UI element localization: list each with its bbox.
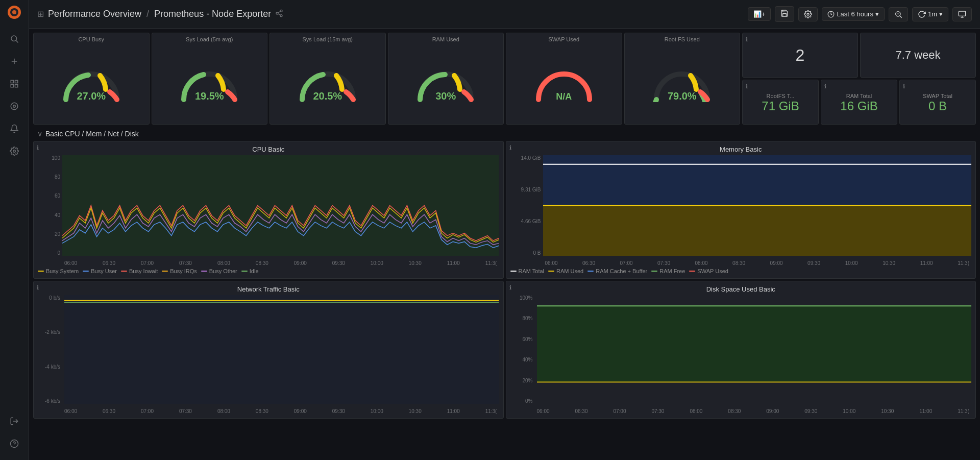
save-button[interactable] [775,6,794,22]
gauge-canvas-rootfs: 79.0% [651,61,713,102]
rootfs-stat-value: 71 GiB [762,99,799,113]
add-panel-button[interactable]: 📊+ [748,7,771,21]
swap-stat-label: SWAP Total [923,93,952,99]
stat-panel-rootfs: ℹ RootFS T... 71 GiB [742,80,819,125]
gauge-value-cpu-busy: 27.0% [61,90,122,102]
zoom-out-button[interactable] [889,7,908,21]
section-label: Basic CPU / Mem / Net / Disk [45,130,139,138]
gauge-canvas-cpu-busy: 27.0% [61,61,122,102]
gauge-panel-swap: SWAP Used N/A [506,33,622,125]
network-y-axis: 0 b/s -2 kb/s -4 kb/s -6 kb/s [38,295,62,404]
gauge-title-cpu-busy: CPU Busy [34,36,149,42]
page-title: Performance Overview / Prometheus - Node… [48,9,271,19]
legend-busy-other: Busy Other [201,268,237,274]
rootfs-info-icon: ℹ [746,83,748,90]
memory-y-axis: 14.0 GiB 9.31 GiB 4.66 GiB 0 B [510,155,543,256]
svg-point-19 [280,15,282,17]
memory-chart-area: 14.0 GiB 9.31 GiB 4.66 GiB 0 B 06:00 06:… [510,155,972,266]
refresh-button[interactable]: 1m ▾ [912,7,948,21]
gauge-panel-sysload5: Sys Load (5m avg) 19.5% [152,33,268,125]
disk-y-axis: 100% 80% 60% 40% 20% 0% [510,295,535,404]
svg-point-13 [13,150,16,153]
help-icon[interactable] [4,433,24,454]
cpu-y-axis: 100 80 60 40 20 0 [38,155,62,256]
title-separator: / [146,9,149,19]
gauge-value-rootfs: 79.0% [651,90,713,102]
gauge-panel-cpu-busy: CPU Busy 27.0% [33,33,150,125]
gauge-title-sysload5: Sys Load (5m avg) [152,36,267,42]
svg-rect-32 [543,155,972,206]
topbar: ⊞ Performance Overview / Prometheus - No… [29,0,980,29]
tv-mode-button[interactable] [952,7,972,21]
gauge-canvas-ram-used: 30% [415,61,476,102]
time-range-button[interactable]: Last 6 hours ▾ [822,7,885,21]
disk-chart-area: 100% 80% 60% 40% 20% 0% 06:00 06:30 07:0… [510,295,972,414]
search-icon[interactable] [4,29,24,49]
chart-panel-memory: ℹ Memory Basic 14.0 GiB 9.31 GiB 4.66 Gi… [506,141,976,279]
ram-info-icon: ℹ [824,83,826,90]
sidebar [0,0,29,460]
svg-rect-27 [959,11,965,16]
dashboards-icon[interactable] [4,74,24,94]
network-x-axis: 06:00 06:30 07:00 07:30 08:00 08:30 09:0… [62,408,499,414]
svg-point-2 [12,10,16,14]
cpu-chart-area: 100 80 60 40 20 0 06:00 06:30 07:00 07:3… [38,155,499,266]
save-icon [780,9,789,19]
legend-ram-total: RAM Total [510,268,545,274]
grafana-logo[interactable] [6,4,22,20]
gauge-canvas-swap: N/A [533,61,595,102]
gear-icon[interactable] [4,141,24,161]
gauge-row: CPU Busy 27.0% Sys Load (5m avg) [33,33,976,125]
svg-line-21 [278,11,281,13]
gauge-title-ram-used: RAM Used [388,36,504,42]
network-chart-area: 0 b/s -2 kb/s -4 kb/s -6 kb/s 06:00 06:3… [38,295,499,414]
svg-rect-8 [15,80,18,83]
rootfs-stat-label: RootFS T... [767,93,795,99]
svg-rect-10 [15,85,18,87]
gauge-panel-sysload15: Sys Load (15m avg) 20.5% [270,33,386,125]
stat-panel-week: 7.7 week [860,33,976,78]
cpu-x-axis: 06:00 06:30 07:00 07:30 08:00 08:30 09:0… [62,260,499,266]
refresh-chevron-icon: ▾ [939,10,943,18]
cpu-legend: Busy System Busy User Busy Iowait Busy I… [38,268,499,274]
memory-chart-info-icon: ℹ [509,144,511,151]
svg-point-17 [280,10,282,12]
main-content: CPU Busy 27.0% Sys Load (5m avg) [29,29,980,460]
stat-number-value: 2 [796,46,805,65]
svg-point-12 [13,105,16,108]
svg-rect-38 [537,306,972,382]
svg-rect-30 [62,155,499,256]
refresh-interval-label: 1m [928,10,937,18]
settings-button[interactable] [798,7,818,21]
gauge-title-swap: SWAP Used [506,36,622,42]
time-range-label: Last 6 hours [837,10,873,18]
chevron-down-icon: ▾ [875,10,879,18]
signout-icon[interactable] [4,411,24,431]
svg-rect-31 [543,206,972,256]
grid-icon: ⊞ [37,9,44,19]
plus-icon[interactable] [4,51,24,71]
svg-rect-35 [64,295,499,404]
share-icon[interactable] [275,9,283,19]
svg-point-11 [11,103,18,110]
legend-busy-iowait: Busy Iowait [121,268,158,274]
stat-panel-number: ℹ 2 [742,33,858,78]
bell-icon[interactable] [4,118,24,139]
legend-busy-system: Busy System [38,268,79,274]
gauge-value-swap: N/A [533,91,595,102]
explore-icon[interactable] [4,96,24,116]
legend-ram-cache: RAM Cache + Buffer [587,268,647,274]
cpu-chart-info-icon: ℹ [37,144,39,151]
gauge-canvas-sysload15: 20.5% [297,61,358,102]
stat-info-icon: ℹ [746,36,748,43]
legend-ram-free: RAM Free [651,268,685,274]
svg-rect-9 [11,85,13,87]
add-panel-icon: 📊+ [753,10,766,18]
section-header[interactable]: ∨ Basic CPU / Mem / Net / Disk [33,127,976,141]
swap-stat-value: 0 B [928,99,947,113]
title-performance: Performance Overview [48,9,141,19]
gauge-value-ram-used: 30% [415,90,476,102]
disk-chart-info-icon: ℹ [509,284,511,291]
disk-x-axis: 06:00 06:30 07:00 07:30 08:00 08:30 09:0… [535,408,972,414]
legend-swap-used: SWAP Used [689,268,728,274]
